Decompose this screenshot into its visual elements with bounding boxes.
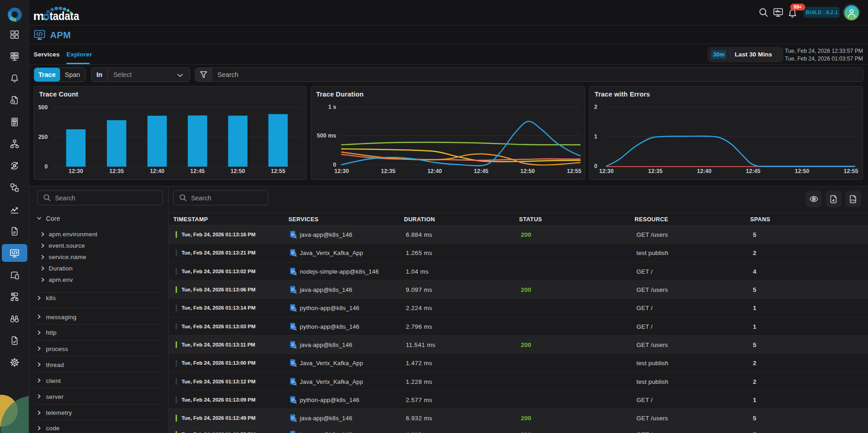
svg-text:1 s: 1 s <box>328 104 336 110</box>
svg-text:tadata: tadata <box>50 9 79 22</box>
svg-text:12:50: 12:50 <box>520 168 535 174</box>
svg-text:12:55: 12:55 <box>844 168 858 174</box>
svg-text:m: m <box>33 9 44 22</box>
svg-text:12:35: 12:35 <box>381 168 395 174</box>
svg-text:12:35: 12:35 <box>109 168 124 174</box>
svg-text:12:40: 12:40 <box>697 168 712 174</box>
svg-text:12:40: 12:40 <box>427 168 442 174</box>
svg-text:500: 500 <box>38 104 48 111</box>
svg-text:500 ms: 500 ms <box>317 132 336 139</box>
svg-text:12:30: 12:30 <box>599 168 614 174</box>
svg-text:12:40: 12:40 <box>150 168 164 174</box>
svg-text:0: 0 <box>594 163 597 169</box>
svg-text:12:30: 12:30 <box>334 168 349 174</box>
svg-text:12:30: 12:30 <box>69 168 83 174</box>
svg-text:250: 250 <box>38 134 48 140</box>
svg-text:12:45: 12:45 <box>474 168 489 174</box>
svg-text:1: 1 <box>594 133 597 140</box>
svg-text:12:50: 12:50 <box>231 168 245 174</box>
svg-text:2: 2 <box>594 104 597 110</box>
svg-text:CSV: CSV <box>851 199 856 201</box>
svg-text:12:45: 12:45 <box>190 168 205 174</box>
svg-text:12:55: 12:55 <box>271 168 285 174</box>
svg-text:12:55: 12:55 <box>567 168 581 174</box>
svg-text:12:45: 12:45 <box>746 168 761 174</box>
svg-text:12:35: 12:35 <box>648 168 663 174</box>
svg-text:0: 0 <box>45 163 48 170</box>
svg-text:0: 0 <box>333 162 336 168</box>
svg-text:12:50: 12:50 <box>795 168 809 174</box>
